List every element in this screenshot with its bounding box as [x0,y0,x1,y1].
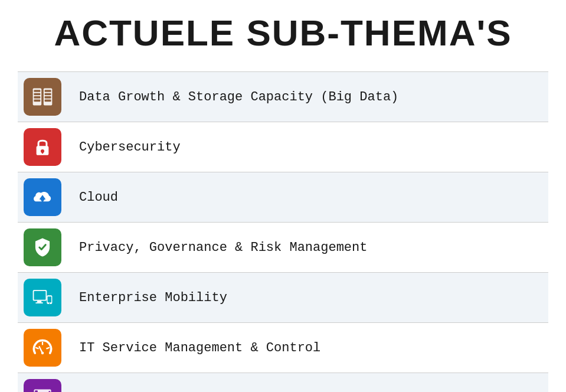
lock-icon [24,128,61,166]
svg-rect-3 [34,96,40,99]
list-item: Enterprise Mobility [18,273,548,323]
list-item: Data Growth & Storage Capacity (Big Data… [18,72,548,122]
svg-rect-6 [45,90,51,92]
svg-line-23 [47,348,49,348]
svg-rect-15 [34,291,45,300]
svg-point-25 [41,352,44,355]
items-list: Data Growth & Storage Capacity (Big Data… [18,71,548,392]
item-label-it-service: IT Service Management & Control [79,341,320,355]
page-container: ACTUELE SUB-THEMA'S [0,0,566,392]
server-icon [24,379,61,392]
item-label-cloud: Cloud [79,190,118,205]
svg-rect-19 [48,296,51,302]
gauge-icon [24,329,61,367]
database-icon [24,78,61,116]
devices-icon [24,279,61,316]
cloud-icon [24,178,61,216]
svg-rect-12 [42,151,44,153]
svg-point-20 [49,303,50,304]
item-label-data-growth: Data Growth & Storage Capacity (Big Data… [79,90,398,104]
item-label-cybersecurity: Cybersecurity [79,140,181,155]
svg-rect-7 [45,93,51,96]
list-item: IT Service Management & Control [18,323,548,373]
svg-rect-17 [35,302,43,303]
svg-line-22 [36,348,38,348]
item-label-enterprise-mobility: Enterprise Mobility [79,290,227,305]
shield-icon [24,228,61,266]
list-item: Cybersecurity [18,122,548,172]
item-label-privacy: Privacy, Governance & Risk Management [79,240,367,255]
svg-rect-9 [45,100,51,102]
list-item: Cloud [18,172,548,223]
list-item: Privacy, Governance & Risk Management [18,223,548,273]
list-item: Datacenter & Infrastructure Optimisation [18,373,548,392]
svg-rect-1 [34,90,40,92]
svg-rect-4 [34,100,40,102]
page-title: ACTUELE SUB-THEMA'S [18,12,548,54]
svg-rect-8 [45,96,51,99]
svg-rect-16 [37,300,41,302]
svg-rect-2 [34,93,40,96]
